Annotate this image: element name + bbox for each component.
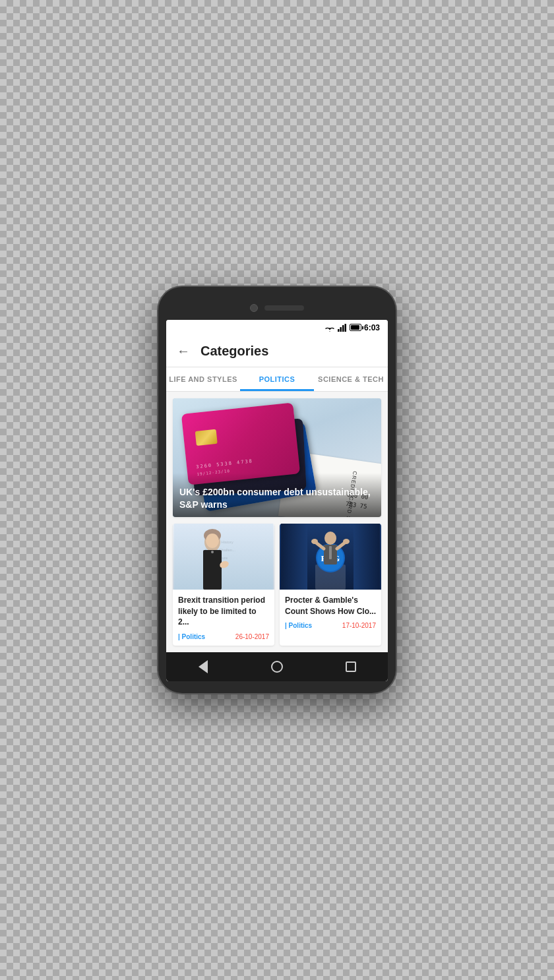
article-card-2-image: P&G xyxy=(280,524,381,590)
svg-point-28 xyxy=(343,539,350,544)
nav-home-button[interactable] xyxy=(269,659,285,675)
article-card-2-title: Procter & Gamble's Count Shows How Clo..… xyxy=(285,595,376,617)
article-card-1-image: Shared History Shared Challen... d Futur… xyxy=(173,524,274,590)
article-card-1-category: Politics xyxy=(178,633,205,640)
battery-fill xyxy=(351,325,359,330)
status-icons: 6:03 xyxy=(324,323,380,332)
hero-article-title: UK's £200bn consumer debt unsustainable,… xyxy=(179,486,375,510)
article-card-2-category: Politics xyxy=(285,622,312,629)
article-card-1-date: 26-10-2017 xyxy=(235,633,269,640)
nav-home-icon xyxy=(271,661,283,673)
svg-point-22 xyxy=(324,532,336,545)
nav-recent-icon xyxy=(346,661,356,672)
status-time: 6:03 xyxy=(364,323,380,332)
article-card-2-meta: Politics 17-10-2017 xyxy=(285,622,376,629)
svg-rect-16 xyxy=(354,524,380,590)
status-bar: 6:03 xyxy=(166,320,388,336)
svg-rect-24 xyxy=(329,546,332,559)
speaker-grille xyxy=(264,305,304,311)
hero-overlay: UK's £200bn consumer debt unsustainable,… xyxy=(173,473,381,516)
article-card-2-date: 17-10-2017 xyxy=(342,622,376,629)
phone-top-hardware xyxy=(166,299,388,320)
article-card-1-body: Brexit transition period likely to be li… xyxy=(173,590,274,646)
svg-rect-3 xyxy=(344,324,346,332)
content-area: 600 00783 75 CREDIT CARD ST 3260 5338 47… xyxy=(166,392,388,652)
tab-science-tech[interactable]: SCIENCE & TECH xyxy=(314,367,388,391)
app-bar: ← Categories xyxy=(166,336,388,367)
svg-point-27 xyxy=(311,539,318,544)
svg-rect-0 xyxy=(338,329,340,332)
signal-icon xyxy=(338,324,347,332)
phone-device: 6:03 ← Categories LIFE AND STYLES POLITI… xyxy=(158,287,396,693)
tab-politics[interactable]: POLITICS xyxy=(240,367,314,391)
article-card-1-title: Brexit transition period likely to be li… xyxy=(178,595,269,628)
svg-rect-11 xyxy=(203,550,222,590)
phone-bottom-nav xyxy=(166,652,388,681)
article-card-1-meta: Politics 26-10-2017 xyxy=(178,633,269,640)
article-card-2-body: Procter & Gamble's Count Shows How Clo..… xyxy=(280,590,381,635)
nav-back-icon xyxy=(199,660,208,673)
article-card-2[interactable]: P&G xyxy=(280,524,381,646)
svg-point-10 xyxy=(206,534,219,548)
article-card-1[interactable]: Shared History Shared Challen... d Futur… xyxy=(173,524,274,646)
svg-point-13 xyxy=(211,551,214,553)
hero-article-image: 600 00783 75 CREDIT CARD ST 3260 5338 47… xyxy=(173,398,381,517)
svg-rect-1 xyxy=(340,327,342,332)
battery-icon xyxy=(350,324,361,331)
nav-back-button[interactable] xyxy=(195,659,211,675)
svg-rect-2 xyxy=(342,325,344,332)
phone-screen: 6:03 ← Categories LIFE AND STYLES POLITI… xyxy=(166,320,388,681)
article-grid: Shared History Shared Challen... d Futur… xyxy=(173,524,381,646)
camera-lens xyxy=(250,304,258,312)
page-title: Categories xyxy=(200,344,268,359)
svg-rect-15 xyxy=(281,524,307,590)
hero-article-card[interactable]: 600 00783 75 CREDIT CARD ST 3260 5338 47… xyxy=(173,398,381,517)
wifi-icon xyxy=(324,324,335,332)
tabs-bar: LIFE AND STYLES POLITICS SCIENCE & TECH xyxy=(166,367,388,392)
tab-life-styles[interactable]: LIFE AND STYLES xyxy=(166,367,240,391)
back-button[interactable]: ← xyxy=(177,344,190,359)
nav-recent-button[interactable] xyxy=(343,659,359,675)
